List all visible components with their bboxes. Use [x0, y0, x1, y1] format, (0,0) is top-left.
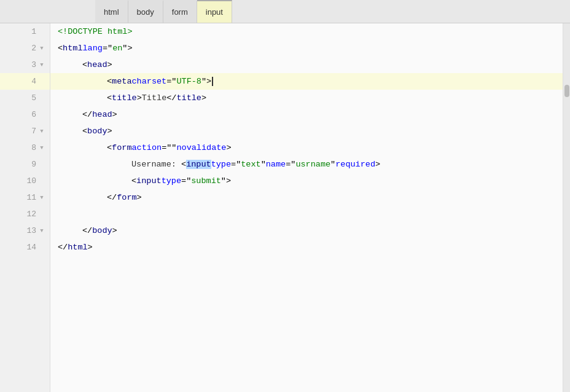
- code-line-5: <title>Title</title>: [50, 90, 563, 106]
- line-number-row-highlighted: 4: [0, 73, 50, 90]
- code-line-13: </body>: [50, 222, 563, 239]
- breadcrumb-tab-input[interactable]: input: [197, 0, 232, 23]
- line-number-row: 12: [0, 206, 50, 222]
- line-number-row: 2 ▼: [0, 40, 50, 57]
- line-number-row: 6: [0, 106, 50, 123]
- line-number-row: 9: [0, 156, 50, 173]
- code-line-4: <meta charset="UTF-8">: [50, 73, 563, 90]
- fold-icon-8[interactable]: ▼: [39, 145, 45, 151]
- fold-icon-3[interactable]: ▼: [39, 62, 45, 68]
- code-content[interactable]: <!DOCTYPE html> <html lang="en"> <head> …: [50, 23, 563, 392]
- code-line-7: <body>: [50, 123, 563, 139]
- fold-placeholder: [39, 79, 45, 85]
- code-line-2: <html lang="en">: [50, 40, 563, 57]
- line-number-row: 14: [0, 239, 50, 256]
- breadcrumb-bar: html body form input: [0, 0, 570, 23]
- line-number-row: 13 ▼: [0, 222, 50, 239]
- code-line-10: <input type="submit">: [50, 173, 563, 189]
- fold-icon-2[interactable]: ▼: [39, 45, 45, 52]
- breadcrumb-tab-body[interactable]: body: [128, 0, 163, 23]
- line-number-row: 1: [0, 23, 50, 40]
- breadcrumb-tab-html[interactable]: html: [95, 0, 128, 23]
- code-line-8: <form action="" novalidate>: [50, 139, 563, 156]
- fold-icon-7[interactable]: ▼: [39, 128, 45, 135]
- editor-area: 1 2 ▼ 3 ▼ 4 5 6 7 ▼: [0, 23, 570, 392]
- breadcrumb-tab-form[interactable]: form: [163, 0, 197, 23]
- line-number-row: 3 ▼: [0, 57, 50, 73]
- line-number-row: 7 ▼: [0, 123, 50, 139]
- scrollbar-thumb[interactable]: [564, 85, 569, 97]
- code-line-1: <!DOCTYPE html>: [50, 23, 563, 40]
- line-number-row: 5: [0, 90, 50, 106]
- line-gutter: 1 2 ▼ 3 ▼ 4 5 6 7 ▼: [0, 23, 50, 392]
- line-number-row: 8 ▼: [0, 139, 50, 156]
- code-line-3: <head>: [50, 57, 563, 73]
- code-line-6: </head>: [50, 106, 563, 123]
- fold-placeholder: [39, 95, 45, 101]
- fold-icon-11[interactable]: ▼: [39, 195, 45, 201]
- line-number-row: 10: [0, 173, 50, 189]
- fold-placeholder: [39, 178, 45, 184]
- fold-placeholder: [39, 245, 45, 251]
- text-cursor: [212, 77, 213, 86]
- code-line-11: </form>: [50, 189, 563, 206]
- fold-placeholder: [39, 29, 45, 35]
- code-line-9: Username: <input type="text" name="usrna…: [50, 156, 563, 173]
- scrollbar-track[interactable]: [563, 23, 570, 392]
- fold-placeholder: [39, 112, 45, 118]
- fold-placeholder: [39, 162, 45, 168]
- code-line-12: [50, 206, 563, 222]
- code-line-14: </html>: [50, 239, 563, 256]
- fold-placeholder: [39, 211, 45, 218]
- line-number-row: 11 ▼: [0, 189, 50, 206]
- fold-icon-13[interactable]: ▼: [39, 228, 45, 234]
